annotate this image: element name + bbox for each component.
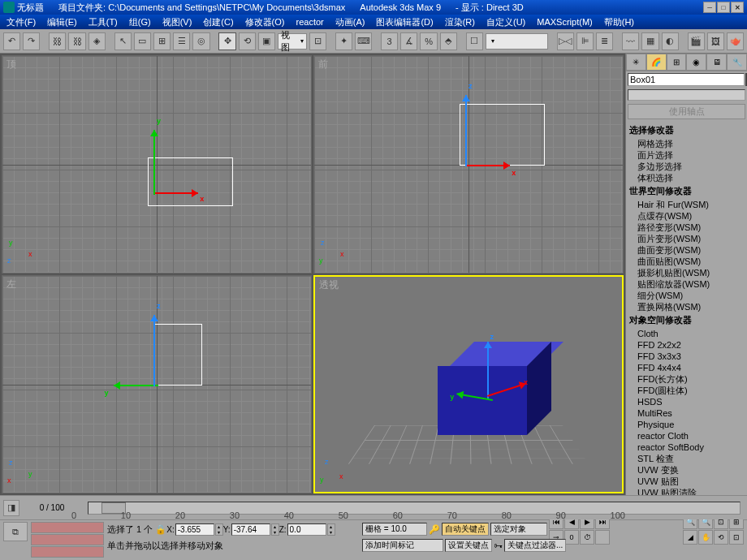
minimize-button[interactable]: ─ (703, 2, 716, 13)
spinner-snap-button[interactable]: ⬘ (440, 32, 457, 50)
modifier-item[interactable]: 曲面变形(WSM) (629, 244, 744, 256)
viewport-left[interactable]: 左 y z y z x (2, 275, 312, 493)
object-name-input[interactable] (628, 73, 745, 86)
x-spinner[interactable] (215, 523, 223, 536)
menu-create[interactable]: 创建(C) (203, 16, 233, 28)
pivot-button[interactable]: ⊡ (309, 32, 326, 50)
select-circle-button[interactable]: ◎ (192, 32, 209, 50)
add-time-tag[interactable]: 添加时间标记 (362, 539, 443, 552)
tab-display[interactable]: 🖥 (706, 54, 727, 71)
scale-button[interactable]: ▣ (258, 32, 275, 50)
modifier-item[interactable]: UVW 贴图清除 (629, 487, 744, 495)
tab-modify[interactable]: 🌈 (646, 54, 667, 71)
modifier-item[interactable]: FFD 2x2x2 (629, 339, 744, 351)
menu-edit[interactable]: 编辑(E) (47, 16, 77, 28)
ref-coord-dropdown[interactable]: 视图 (278, 33, 307, 50)
key-big-icon[interactable]: 🗝 (494, 541, 503, 550)
modifier-item[interactable]: 多边形选择 (629, 161, 744, 172)
modifier-item[interactable]: 曲面贴图(WSM) (629, 256, 744, 267)
quick-render-button[interactable]: 🫖 (727, 32, 744, 50)
key-filters-button[interactable]: 关键点过滤器... (504, 539, 566, 552)
modifier-item[interactable]: MultiRes (629, 407, 744, 419)
modifier-item[interactable]: HSDS (629, 396, 744, 407)
render-scene-button[interactable]: 🎬 (688, 32, 705, 50)
modifier-item[interactable]: 面片选择 (629, 149, 744, 161)
move-button[interactable]: ✥ (218, 32, 235, 50)
modifier-item[interactable]: 细分(WSM) (629, 290, 744, 301)
modifier-item[interactable]: 网格选择 (629, 138, 744, 149)
slider-button[interactable]: ◨ (3, 500, 19, 516)
modifier-item[interactable]: 路径变形(WSM) (629, 222, 744, 233)
menu-modifiers[interactable]: 修改器(O) (245, 16, 285, 28)
rotate-button[interactable]: ⟲ (239, 32, 256, 50)
undo-button[interactable]: ↶ (3, 32, 20, 50)
select-window-button[interactable]: ⊞ (153, 32, 171, 50)
menu-tools[interactable]: 工具(T) (89, 16, 118, 28)
menu-help[interactable]: 帮助(H) (604, 16, 634, 28)
viewport-top[interactable]: 顶 x y x y z (2, 55, 312, 274)
modifier-item[interactable]: FFD(圆柱体) (629, 385, 744, 396)
align-button[interactable]: ⊫ (576, 32, 594, 50)
menu-animation[interactable]: 动画(A) (335, 16, 365, 28)
select-manip-button[interactable]: ✦ (335, 32, 352, 50)
coord-x[interactable] (175, 523, 214, 536)
menu-group[interactable]: 组(G) (129, 16, 151, 28)
modifier-item[interactable]: UVW 变换 (629, 464, 744, 476)
tab-utilities[interactable]: 🔧 (727, 54, 747, 71)
angle-snap-button[interactable]: ∡ (400, 32, 417, 50)
curve-editor-button[interactable]: 〰 (622, 32, 639, 50)
render-type-button[interactable]: 🖼 (707, 32, 724, 50)
modifier-item[interactable]: 面片变形(WSM) (629, 233, 744, 244)
maximize-button[interactable]: □ (717, 2, 730, 13)
tab-motion[interactable]: ◉ (686, 54, 706, 71)
select-button[interactable]: ↖ (114, 32, 132, 50)
menu-graph[interactable]: 图表编辑器(D) (376, 16, 433, 28)
unlink-button[interactable]: ⛓ (68, 32, 85, 50)
select-name-button[interactable]: ☰ (173, 32, 190, 50)
viewport-front[interactable]: 前 x z x z y (313, 55, 624, 274)
auto-key-button[interactable]: 自动关键点 (442, 523, 489, 536)
modifier-item[interactable]: 贴图缩放器(WSM) (629, 278, 744, 290)
snap-button[interactable]: 3 (381, 32, 398, 50)
modifier-item[interactable]: 置换网格(WSM) (629, 301, 744, 312)
tab-create[interactable]: ✳ (626, 54, 646, 71)
sel-obj-dropdown[interactable]: 选定对象 (490, 523, 547, 536)
close-button[interactable]: ✕ (731, 2, 744, 13)
keyboard-button[interactable]: ⌨ (355, 32, 372, 50)
modifier-item[interactable]: UVW 贴图 (629, 476, 744, 487)
coord-z[interactable] (287, 523, 326, 536)
z-spinner[interactable] (327, 523, 335, 536)
coord-y[interactable] (231, 523, 270, 536)
link-button[interactable]: ⛓ (49, 32, 66, 50)
menu-file[interactable]: 文件(F) (6, 16, 36, 28)
lock-icon[interactable]: 🔒 (155, 524, 166, 535)
modifier-item[interactable]: 点缓存(WSM) (629, 210, 744, 222)
modifier-item[interactable]: reactor SoftBody (629, 442, 744, 453)
modifier-item[interactable]: 体积选择 (629, 172, 744, 183)
percent-snap-button[interactable]: % (420, 32, 437, 50)
bind-button[interactable]: ◈ (89, 32, 106, 50)
schematic-button[interactable]: ▦ (641, 32, 658, 50)
menu-customize[interactable]: 自定义(U) (486, 16, 525, 28)
named-sel-button[interactable]: ☐ (466, 32, 483, 50)
set-key-button[interactable]: 设置关键点 (445, 539, 492, 552)
menu-views[interactable]: 视图(V) (162, 16, 192, 28)
menu-reactor[interactable]: reactor (296, 17, 324, 27)
modifier-item[interactable]: STL 检查 (629, 453, 744, 464)
modifier-item[interactable]: FFD 4x4x4 (629, 362, 744, 373)
modifier-list-dropdown[interactable] (628, 89, 745, 101)
layers-button[interactable]: ≣ (596, 32, 613, 50)
y-spinner[interactable] (271, 523, 279, 536)
track-toggle[interactable]: ⧉ (3, 522, 28, 541)
select-rect-button[interactable]: ▭ (134, 32, 151, 50)
modifier-item[interactable]: Cloth (629, 328, 744, 339)
named-sel-dropdown[interactable] (486, 33, 548, 50)
modifier-item[interactable]: reactor Cloth (629, 430, 744, 442)
menu-maxscript[interactable]: MAXScript(M) (537, 17, 592, 27)
redo-button[interactable]: ↷ (23, 32, 40, 50)
modifier-item[interactable]: Hair 和 Fur(WSM) (629, 199, 744, 210)
viewport-perspective[interactable]: 透视 z x y z x y (313, 275, 624, 493)
modifier-scroll[interactable]: 选择修改器网格选择面片选择多边形选择体积选择世界空间修改器Hair 和 Fur(… (626, 121, 747, 495)
modifier-item[interactable]: 摄影机贴图(WSM) (629, 267, 744, 278)
material-button[interactable]: ◐ (662, 32, 679, 50)
